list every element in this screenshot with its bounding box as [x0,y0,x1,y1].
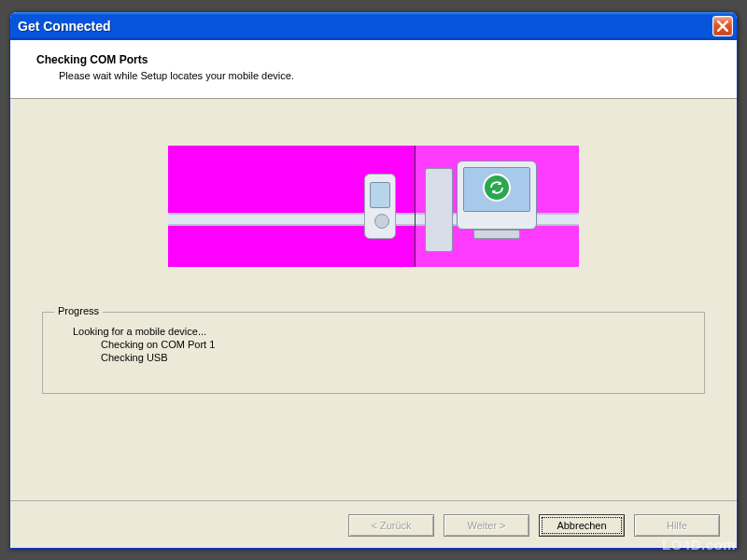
banner-left [168,146,415,267]
back-button[interactable]: < Zurück [348,514,434,537]
cancel-button[interactable]: Abbrechen [539,514,625,537]
next-button[interactable]: Weiter > [444,514,529,537]
wizard-button-row: < Zurück Weiter > Abbrechen Hilfe [10,500,737,537]
close-button[interactable] [712,16,733,36]
header-title: Checking COM Ports [36,53,718,66]
progress-step: Checking USB [60,352,687,363]
watermark: LO4D.com [662,537,736,553]
wizard-window: Get Connected Checking COM Ports Please … [9,11,738,549]
help-button[interactable]: Hilfe [634,514,720,537]
sync-icon [483,174,511,202]
pc-tower-icon [425,168,453,252]
close-icon [717,21,728,32]
content-area: Progress Looking for a mobile device... … [10,99,737,403]
banner-right [415,146,579,267]
progress-step: Checking on COM Port 1 [60,339,687,350]
progress-legend: Progress [54,305,103,316]
titlebar[interactable]: Get Connected [10,12,737,40]
progress-group: Progress Looking for a mobile device... … [42,312,705,394]
header-panel: Checking COM Ports Please wait while Set… [10,40,737,99]
mobile-phone-icon [364,174,396,239]
window-title: Get Connected [18,19,111,34]
monitor-base [473,230,520,239]
connection-banner [168,146,579,267]
header-subtitle: Please wait while Setup locates your mob… [36,70,718,81]
progress-status: Looking for a mobile device... [60,326,687,337]
